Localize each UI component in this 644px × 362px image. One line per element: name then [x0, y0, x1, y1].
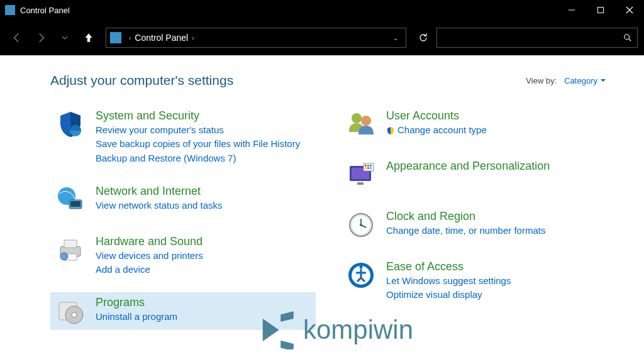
chevron-down-icon [600, 78, 606, 83]
svg-point-4 [625, 35, 630, 40]
globe-network-icon [55, 185, 86, 215]
category-appearance-personalization: Appearance and Personalization [341, 156, 606, 194]
refresh-button[interactable] [413, 28, 434, 48]
svg-rect-28 [370, 167, 372, 169]
ease-of-access-icon [346, 260, 376, 290]
svg-point-17 [352, 113, 362, 123]
svg-rect-24 [367, 165, 369, 167]
close-button[interactable] [615, 0, 644, 20]
category-link[interactable]: Save backup copies of your files with Fi… [96, 138, 300, 150]
view-by-control: View by: Category [526, 76, 606, 85]
programs-disc-icon [55, 296, 86, 326]
back-button[interactable] [6, 28, 28, 48]
category-title[interactable]: Clock and Region [386, 210, 545, 223]
window-title: Control Panel [20, 6, 557, 15]
search-box[interactable] [436, 28, 638, 48]
content-area: Adjust your computer's settings View by:… [0, 55, 644, 330]
users-icon [346, 109, 376, 140]
svg-line-5 [629, 39, 631, 41]
shield-icon [55, 109, 86, 140]
up-button[interactable] [78, 28, 99, 48]
category-link[interactable]: Optimize visual display [386, 288, 511, 301]
svg-rect-21 [357, 182, 364, 185]
category-link[interactable]: View devices and printers [96, 250, 203, 262]
breadcrumb-root[interactable]: Control Panel [135, 33, 188, 43]
svg-rect-9 [70, 201, 80, 207]
uac-shield-icon [386, 126, 395, 134]
svg-point-16 [72, 312, 77, 317]
view-by-label: View by: [526, 76, 557, 85]
svg-point-13 [60, 253, 68, 260]
search-input[interactable] [442, 33, 623, 43]
category-link[interactable]: Change account type [386, 124, 487, 136]
svg-rect-26 [365, 167, 367, 169]
address-history-dropdown[interactable]: ⌄ [393, 35, 398, 41]
category-network-internet: Network and Internet View network status… [50, 181, 316, 219]
svg-rect-38 [280, 341, 294, 349]
category-programs: Programs Uninstall a program [50, 292, 316, 330]
svg-rect-1 [598, 8, 604, 13]
category-hardware-sound: Hardware and Sound View devices and prin… [50, 231, 316, 280]
minimize-button[interactable] [557, 0, 586, 20]
recent-locations-button[interactable] [54, 28, 75, 48]
category-link[interactable]: Change date, time, or number formats [386, 224, 545, 237]
navigation-bar: › Control Panel › ⌄ [0, 20, 644, 55]
svg-rect-23 [365, 165, 367, 167]
chevron-right-icon: › [129, 35, 131, 41]
address-control-panel-icon [110, 32, 121, 43]
search-icon[interactable] [623, 33, 632, 42]
category-title[interactable]: Appearance and Personalization [386, 160, 550, 173]
svg-point-18 [361, 116, 371, 126]
category-title[interactable]: Hardware and Sound [96, 235, 203, 248]
category-link[interactable]: Let Windows suggest settings [386, 275, 511, 287]
category-title[interactable]: Programs [96, 296, 177, 309]
category-link[interactable]: Uninstall a program [96, 310, 177, 323]
category-link[interactable]: Backup and Restore (Windows 7) [96, 152, 300, 165]
svg-rect-25 [370, 165, 372, 167]
category-title[interactable]: System and Security [96, 109, 300, 123]
right-column: User Accounts Change account type Appear… [341, 106, 606, 330]
monitor-personalization-icon [346, 160, 376, 190]
category-link[interactable]: Add a device [96, 263, 203, 276]
chevron-right-icon[interactable]: › [192, 35, 194, 41]
forward-button[interactable] [30, 28, 52, 48]
svg-point-33 [360, 224, 362, 226]
control-panel-icon [5, 5, 15, 15]
category-title[interactable]: User Accounts [386, 109, 487, 123]
category-user-accounts: User Accounts Change account type [341, 106, 606, 143]
svg-rect-11 [64, 240, 77, 248]
category-ease-of-access: Ease of Access Let Windows suggest setti… [341, 256, 606, 305]
address-bar[interactable]: › Control Panel › ⌄ [106, 28, 406, 48]
maximize-button[interactable] [586, 0, 615, 20]
left-column: System and Security Review your computer… [50, 106, 316, 330]
category-clock-region: Clock and Region Change date, time, or n… [341, 206, 606, 244]
window-controls [557, 0, 644, 20]
page-heading: Adjust your computer's settings [50, 73, 233, 88]
category-link[interactable]: View network status and tasks [96, 199, 223, 212]
category-title[interactable]: Ease of Access [386, 260, 511, 273]
category-system-security: System and Security Review your computer… [50, 106, 316, 168]
svg-point-36 [360, 266, 363, 269]
view-by-dropdown[interactable]: Category [564, 76, 606, 85]
window-titlebar: Control Panel [0, 0, 644, 20]
printer-icon [55, 235, 86, 265]
svg-rect-27 [367, 167, 369, 169]
category-link[interactable]: Review your computer's status [96, 124, 300, 136]
category-title[interactable]: Network and Internet [96, 185, 223, 198]
clock-icon [346, 210, 376, 240]
